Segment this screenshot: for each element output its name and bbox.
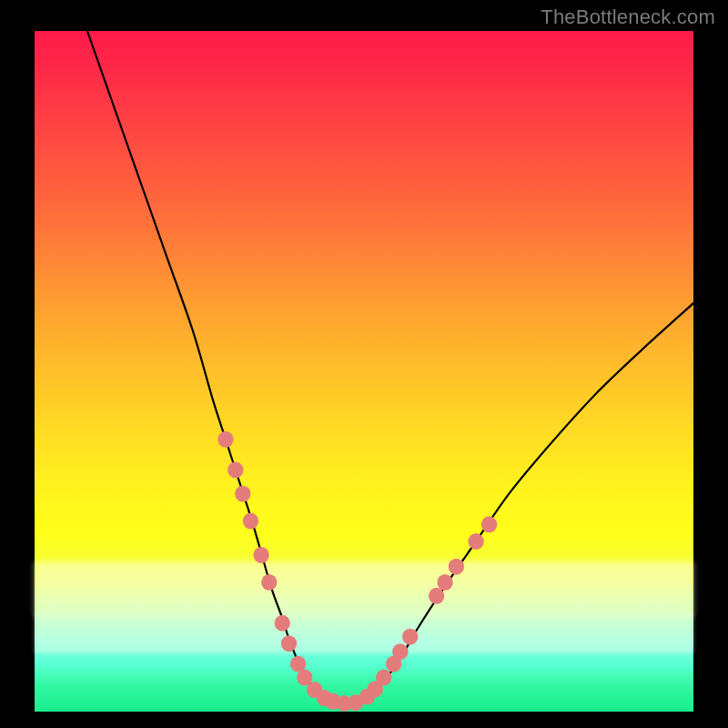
watermark-text: TheBottleneck.com bbox=[541, 5, 715, 29]
marker-dot bbox=[429, 588, 444, 604]
marker-dot bbox=[228, 461, 243, 478]
curve-line bbox=[87, 31, 693, 704]
marker-dot bbox=[253, 547, 268, 563]
marker-dot bbox=[217, 431, 233, 448]
marker-dot bbox=[235, 486, 250, 502]
marker-dot bbox=[437, 574, 452, 591]
marker-dot bbox=[481, 516, 497, 532]
curve-markers bbox=[217, 431, 497, 712]
marker-dot bbox=[392, 643, 408, 660]
marker-dot bbox=[281, 635, 297, 652]
chart-svg bbox=[35, 31, 693, 712]
marker-dot bbox=[261, 574, 277, 591]
marker-dot bbox=[468, 533, 483, 550]
plot-area bbox=[35, 31, 693, 712]
marker-dot bbox=[376, 670, 391, 686]
marker-dot bbox=[243, 513, 258, 530]
marker-dot bbox=[449, 559, 464, 575]
marker-dot bbox=[402, 629, 418, 645]
marker-dot bbox=[275, 615, 290, 632]
